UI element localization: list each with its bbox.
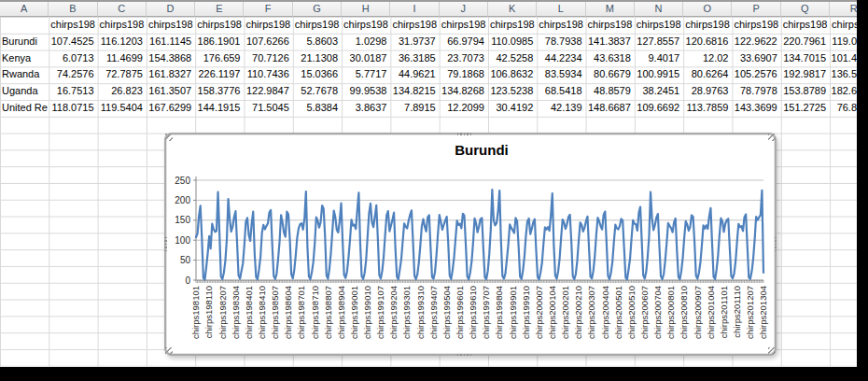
field-header-cell[interactable]: chirps198 xyxy=(440,17,488,34)
value-cell[interactable]: 3.8637 xyxy=(342,100,390,117)
column-header-Q[interactable]: Q xyxy=(781,2,830,17)
value-cell[interactable]: 154.3868 xyxy=(147,50,195,67)
value-cell[interactable]: 83.5934 xyxy=(537,66,585,83)
value-cell[interactable]: 74.2576 xyxy=(49,66,97,83)
value-cell[interactable]: 70.7126 xyxy=(244,50,292,67)
value-cell[interactable]: 123.5238 xyxy=(488,83,537,100)
value-cell[interactable]: 122.9847 xyxy=(244,83,292,100)
value-cell[interactable]: 134.8215 xyxy=(390,83,439,100)
value-cell[interactable]: 143.3699 xyxy=(732,100,780,117)
value-cell[interactable]: 161.3507 xyxy=(147,83,195,100)
value-cell[interactable]: 113.7859 xyxy=(683,100,732,117)
chart-resize-handle-right[interactable] xyxy=(775,237,777,252)
value-cell-clipped[interactable]: 76.8 xyxy=(830,100,857,117)
value-cell[interactable]: 43.6318 xyxy=(586,50,635,67)
column-header-A[interactable]: A xyxy=(0,2,49,17)
field-header-cell[interactable]: chirps198 xyxy=(488,17,537,34)
value-cell[interactable]: 176.659 xyxy=(195,50,244,67)
column-header-B[interactable]: B xyxy=(49,2,97,17)
row-label[interactable]: Uganda xyxy=(0,83,49,100)
column-header-P[interactable]: P xyxy=(732,2,780,17)
value-cell[interactable]: 16.7513 xyxy=(49,83,97,100)
column-header-R[interactable]: R xyxy=(830,2,857,17)
value-cell[interactable]: 148.6687 xyxy=(586,100,635,117)
value-cell[interactable]: 23.7073 xyxy=(440,50,488,67)
value-cell[interactable]: 99.9538 xyxy=(342,83,390,100)
value-cell[interactable]: 127.8557 xyxy=(635,34,683,50)
value-cell[interactable]: 80.6679 xyxy=(586,66,635,83)
field-header-cell[interactable]: chirps198 xyxy=(537,17,585,34)
column-header-M[interactable]: M xyxy=(586,2,635,17)
column-header-G[interactable]: G xyxy=(293,2,342,17)
column-header-H[interactable]: H xyxy=(342,2,390,17)
row-label[interactable]: United Re xyxy=(0,100,49,117)
chart-resize-handle-top[interactable] xyxy=(457,133,472,135)
value-cell[interactable]: 31.9737 xyxy=(390,34,439,50)
value-cell[interactable]: 220.7961 xyxy=(781,34,830,50)
value-cell[interactable]: 100.9915 xyxy=(635,66,683,83)
value-cell[interactable]: 151.2725 xyxy=(781,100,830,117)
value-cell[interactable]: 141.3837 xyxy=(586,34,635,50)
value-cell[interactable]: 106.8632 xyxy=(488,66,537,83)
value-cell[interactable]: 5.8603 xyxy=(293,34,342,50)
field-header-cell-clipped[interactable]: chirps xyxy=(830,17,857,34)
chart-resize-handle-bottom[interactable] xyxy=(457,354,472,357)
value-cell[interactable]: 30.0187 xyxy=(342,50,390,67)
value-cell[interactable]: 68.5418 xyxy=(537,83,585,100)
value-cell[interactable]: 192.9817 xyxy=(781,66,830,83)
value-cell[interactable]: 120.6816 xyxy=(683,34,732,50)
column-header-F[interactable]: F xyxy=(244,2,292,17)
value-cell[interactable]: 105.2576 xyxy=(732,66,780,83)
value-cell[interactable]: 161.8327 xyxy=(147,66,195,83)
field-header-cell[interactable]: chirps198 xyxy=(732,17,780,34)
value-cell-clipped[interactable]: 119.0 xyxy=(830,34,857,50)
value-cell[interactable]: 5.8384 xyxy=(293,100,342,117)
value-cell[interactable]: 109.6692 xyxy=(635,100,683,117)
chart-resize-handle-left[interactable] xyxy=(164,237,167,252)
value-cell-clipped[interactable]: 182.6 xyxy=(830,83,857,100)
value-cell[interactable]: 167.6299 xyxy=(147,100,195,117)
value-cell[interactable]: 110.0985 xyxy=(488,34,537,50)
chart-resize-handle-bottom-left[interactable] xyxy=(165,347,173,355)
value-cell[interactable]: 28.9763 xyxy=(683,83,732,100)
value-cell[interactable]: 6.0713 xyxy=(49,50,97,67)
field-header-cell[interactable]: chirps198 xyxy=(683,17,732,34)
value-cell[interactable]: 186.1901 xyxy=(195,34,244,50)
value-cell[interactable]: 21.1308 xyxy=(293,50,342,67)
field-header-cell[interactable]: chirps198 xyxy=(147,17,195,34)
value-cell[interactable]: 134.7015 xyxy=(781,50,830,67)
field-header-cell[interactable]: chirps198 xyxy=(586,17,635,34)
value-cell[interactable]: 36.3185 xyxy=(390,50,439,67)
chart-burundi[interactable]: Burundi 050100150200250chirps198101chirp… xyxy=(164,133,777,356)
value-cell[interactable]: 107.4525 xyxy=(49,34,97,50)
column-header-L[interactable]: L xyxy=(537,2,585,17)
field-header-cell[interactable]: chirps198 xyxy=(244,17,292,34)
value-cell[interactable]: 11.4699 xyxy=(98,50,147,67)
value-cell[interactable]: 52.7678 xyxy=(293,83,342,100)
value-cell[interactable]: 158.3776 xyxy=(195,83,244,100)
column-header-D[interactable]: D xyxy=(147,2,195,17)
value-cell[interactable]: 110.7436 xyxy=(244,66,292,83)
value-cell[interactable]: 78.7978 xyxy=(732,83,780,100)
field-header-cell[interactable]: chirps198 xyxy=(195,17,244,34)
field-header-cell[interactable]: chirps198 xyxy=(635,17,683,34)
value-cell[interactable]: 42.139 xyxy=(537,100,585,117)
value-cell[interactable]: 44.9621 xyxy=(390,66,439,83)
value-cell[interactable]: 107.6266 xyxy=(244,34,292,50)
value-cell[interactable]: 119.5404 xyxy=(98,100,147,117)
value-cell[interactable]: 12.2099 xyxy=(440,100,488,117)
column-header-J[interactable]: J xyxy=(440,2,488,17)
value-cell[interactable]: 9.4017 xyxy=(635,50,683,67)
value-cell[interactable]: 33.6907 xyxy=(732,50,780,67)
value-cell[interactable]: 78.7938 xyxy=(537,34,585,50)
value-cell[interactable]: 122.9622 xyxy=(732,34,780,50)
value-cell[interactable]: 116.1203 xyxy=(98,34,147,50)
value-cell[interactable]: 30.4192 xyxy=(488,100,537,117)
value-cell[interactable]: 161.1145 xyxy=(147,34,195,50)
value-cell[interactable]: 26.823 xyxy=(98,83,147,100)
value-cell[interactable]: 79.1868 xyxy=(440,66,488,83)
field-header-cell[interactable]: chirps198 xyxy=(781,17,830,34)
field-header-cell[interactable]: chirps198 xyxy=(342,17,390,34)
column-header-C[interactable]: C xyxy=(98,2,147,17)
value-cell-clipped[interactable]: 101.4 xyxy=(830,50,857,67)
